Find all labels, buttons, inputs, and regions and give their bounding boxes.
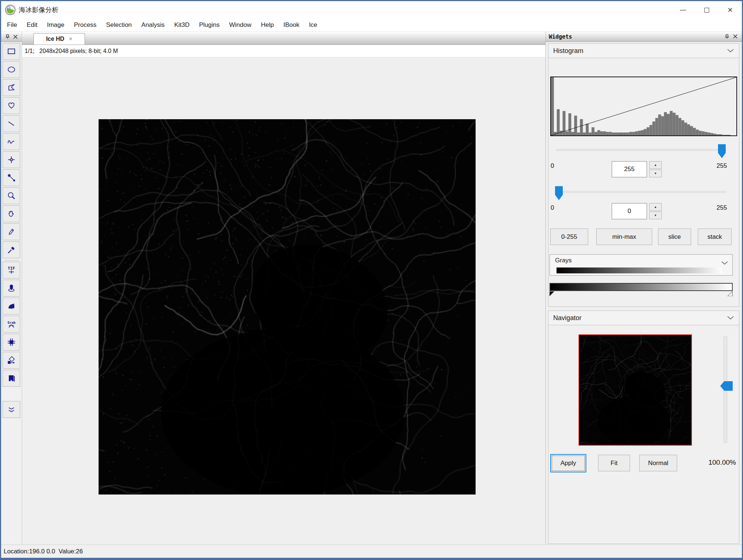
min-slider-handle[interactable] <box>555 186 563 200</box>
rectangle-icon <box>7 47 16 56</box>
histogram-bars <box>551 77 736 135</box>
transform-icon <box>7 355 16 365</box>
tool-hand[interactable] <box>3 205 20 222</box>
navigator-section-header[interactable]: Navigator <box>548 311 739 325</box>
menu-kit3d[interactable]: Kit3D <box>170 19 195 31</box>
lut-gradient-preview <box>557 267 722 273</box>
tool-bar: TIF Grab <box>1 32 22 545</box>
tool-roi-fill[interactable] <box>3 298 20 315</box>
max-spin-up-button[interactable]: ▲ <box>649 161 662 169</box>
navigator-zoom-handle[interactable] <box>720 381 733 391</box>
tool-more-tools[interactable] <box>3 401 20 418</box>
tool-image-book[interactable] <box>3 370 20 387</box>
tab-ice-hd[interactable]: Ice HD × <box>33 33 85 45</box>
maximize-icon <box>704 8 709 13</box>
range-0-255-button[interactable]: 0-255 <box>550 228 588 245</box>
menu-analysis[interactable]: Analysis <box>136 19 169 31</box>
tool-location-marker[interactable] <box>3 280 20 297</box>
max-spin-down-button[interactable]: ▼ <box>649 170 662 177</box>
minimize-button[interactable]: — <box>671 1 695 19</box>
menu-file[interactable]: File <box>2 19 22 31</box>
spin-up-icon: ▲ <box>654 164 657 167</box>
sea-ice-image[interactable] <box>99 119 476 495</box>
menu-selection[interactable]: Selection <box>101 19 136 31</box>
max-slider-handle[interactable] <box>718 144 726 158</box>
menu-window[interactable]: Window <box>224 19 256 31</box>
tool-polygon-selection[interactable] <box>3 79 20 96</box>
lut-name: Grays <box>555 257 572 264</box>
min-spin-up-button[interactable]: ▲ <box>649 203 662 211</box>
person-pin-icon <box>7 283 16 293</box>
close-button[interactable]: × <box>718 1 742 19</box>
eyedropper-icon <box>7 245 16 255</box>
min-spin-down-button[interactable]: ▼ <box>649 212 662 219</box>
tool-oval-selection[interactable] <box>3 61 20 78</box>
lut-dropdown[interactable]: Grays <box>550 254 733 276</box>
tool-line[interactable] <box>3 115 20 132</box>
menu-process[interactable]: Process <box>69 19 101 31</box>
svg-text:TIF: TIF <box>8 266 15 271</box>
fit-button[interactable]: Fit <box>598 455 630 471</box>
window-title: 海冰影像分析 <box>19 6 671 14</box>
gradient-left-handle[interactable] <box>550 291 555 296</box>
menu-plugins[interactable]: Plugins <box>194 19 224 31</box>
tool-transform[interactable] <box>3 352 20 369</box>
menu-ice[interactable]: Ice <box>304 19 322 31</box>
tif-icon: TIF <box>7 265 16 275</box>
navigator-thumbnail[interactable] <box>579 334 692 446</box>
heart-icon <box>7 101 16 110</box>
max-slider-track[interactable] <box>556 149 726 151</box>
tool-tif-registration[interactable]: TIF <box>3 262 20 279</box>
tab-label: Ice HD <box>46 36 64 42</box>
squiggle-icon <box>7 137 16 146</box>
histogram-section-header[interactable]: Histogram <box>548 43 739 58</box>
menu-ibook[interactable]: IBook <box>278 19 304 31</box>
toolbar-separator <box>4 260 19 260</box>
tool-color-picker[interactable] <box>3 241 20 258</box>
grab-icon: Grab <box>7 319 16 329</box>
status-bar: Location:196.0 0.0 Value:26 <box>1 545 742 558</box>
chevron-down-icon <box>727 49 734 53</box>
maximize-button[interactable] <box>695 1 718 19</box>
tool-freehand-selection[interactable] <box>3 97 20 114</box>
slice-button[interactable]: slice <box>658 228 691 245</box>
pin-icon[interactable] <box>725 34 729 39</box>
min-value-input[interactable] <box>612 203 647 219</box>
tool-freehand-line[interactable] <box>3 133 20 150</box>
close-toolbar-icon[interactable] <box>13 35 18 39</box>
tool-wand[interactable] <box>3 169 20 186</box>
tool-grid[interactable] <box>3 334 20 351</box>
navigator-image <box>579 335 691 445</box>
gradient-right-handle[interactable] <box>728 291 733 296</box>
image-viewport <box>22 57 545 545</box>
tab-close-icon[interactable]: × <box>69 35 72 43</box>
toolbar-header <box>1 32 22 42</box>
close-panel-icon[interactable] <box>733 34 737 39</box>
minimize-icon: — <box>680 6 686 14</box>
menu-help[interactable]: Help <box>256 19 278 31</box>
menu-image[interactable]: Image <box>42 19 69 31</box>
app-window: 海冰影像分析 — × File Edit Image Process Selec… <box>0 0 743 560</box>
apply-button[interactable]: Apply <box>550 454 586 472</box>
min-slider-min-label: 0 <box>551 204 554 212</box>
min-max-button[interactable]: min-max <box>596 228 652 245</box>
tool-rectangle-selection[interactable] <box>3 43 20 60</box>
max-value-input[interactable] <box>612 161 647 177</box>
min-slider-track[interactable] <box>556 191 726 193</box>
spin-down-icon: ▼ <box>654 214 657 217</box>
contrast-gradient-bar[interactable] <box>550 283 733 291</box>
close-icon: × <box>728 5 733 15</box>
menu-edit[interactable]: Edit <box>22 19 42 31</box>
tool-magnifier[interactable] <box>3 187 20 204</box>
pin-icon[interactable] <box>5 34 10 39</box>
tool-point[interactable] <box>3 151 20 168</box>
histogram-title: Histogram <box>548 47 727 55</box>
wand-icon <box>7 173 16 182</box>
tool-pencil[interactable] <box>3 223 20 240</box>
min-slider-max-label: 255 <box>717 204 727 212</box>
stack-button[interactable]: stack <box>698 228 732 245</box>
tool-grab[interactable]: Grab <box>3 316 20 333</box>
grid-icon <box>7 337 16 347</box>
normal-button[interactable]: Normal <box>639 455 677 471</box>
widgets-panel: Widgets Histogram 0 ▲ ▼ <box>545 32 742 545</box>
